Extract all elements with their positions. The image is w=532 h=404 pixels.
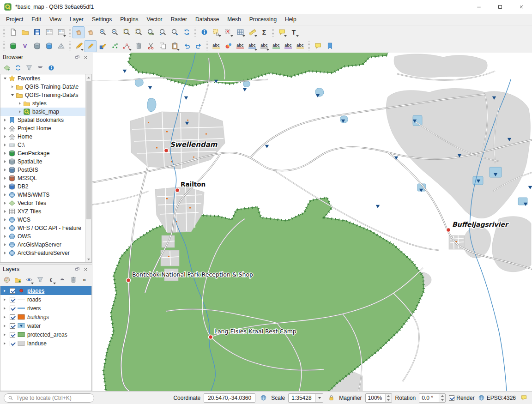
place-marker-bontebok[interactable] [126,278,130,282]
refresh-map-button[interactable] [181,26,193,38]
open-project-button[interactable] [19,26,31,38]
current-edits-button[interactable] [73,40,85,52]
zoom-last-button[interactable] [157,26,169,38]
zoom-to-layer-button[interactable] [145,26,157,38]
browser-item-basic-map[interactable]: basic_map [0,108,91,116]
expander-icon[interactable] [2,297,7,302]
change-label-button[interactable]: abc [294,40,306,52]
expander-icon[interactable] [2,76,7,81]
expander-icon[interactable] [2,234,7,239]
pan-map-button[interactable] [73,26,85,38]
maximize-button[interactable] [490,0,511,14]
scale-combo[interactable]: 1:35428 [288,393,323,403]
layer-checkbox[interactable] [10,297,15,302]
spin-arrows-icon[interactable] [385,394,392,402]
expander-icon[interactable] [2,209,7,214]
close-button[interactable] [511,0,532,14]
rotation-spinbox[interactable]: 0.0 ° [419,393,446,403]
browser-item-vector-tiles[interactable]: Vector Tiles [0,199,91,207]
zoom-in-button[interactable] [97,26,109,38]
layer-checkbox[interactable] [10,323,15,329]
remove-layer-button[interactable] [68,275,79,285]
browser-item-home[interactable]: Home [0,133,91,141]
browser-item-ows[interactable]: OWS [0,232,91,241]
browser-item-spatial-bookmarks[interactable]: Spatial Bookmarks [0,116,91,124]
layer-row-protected-areas[interactable]: protected_areas [0,330,91,339]
expander-icon[interactable] [2,118,7,123]
browser-item-training-data-s[interactable]: QGIS-Training-Data\s [0,91,91,99]
open-layer-styling-button[interactable] [1,275,12,285]
menu-mesh[interactable]: Mesh [223,15,245,24]
delete-selected-button[interactable] [133,40,145,52]
scroll-up-icon[interactable] [86,74,91,80]
cut-features-button[interactable] [145,40,157,52]
expander-icon[interactable] [2,341,7,346]
add-selected-layers-button[interactable] [1,63,12,73]
browser-item-wfs[interactable]: WFS / OGC API - Feature [0,224,91,232]
browser-scrollbar[interactable] [85,74,91,262]
render-checkbox[interactable]: Render [449,395,474,401]
zoom-full-button[interactable] [121,26,133,38]
zoom-out-button[interactable] [109,26,121,38]
rotate-label-button[interactable]: abc [282,40,294,52]
expander-icon[interactable] [2,143,7,148]
pin-unpin-labels-button[interactable]: abc [246,40,258,52]
expander-icon[interactable] [2,201,7,206]
browser-item-mssql[interactable]: MSSQL [0,174,91,182]
crs-status-button[interactable]: EPSG:4326 [478,394,516,401]
browser-close-button[interactable] [82,54,89,61]
menu-processing[interactable]: Processing [245,15,281,24]
filter-by-expression-button[interactable]: ε [46,275,56,285]
layer-checkbox[interactable] [10,332,15,338]
layer-checkbox[interactable] [10,306,15,311]
place-marker-lang-elsies[interactable] [208,335,212,339]
toolbar-grip[interactable] [3,42,5,51]
toolbar-grip[interactable] [69,42,71,51]
expand-all-button[interactable] [57,275,67,285]
new-spatial-bookmark-button[interactable] [324,40,336,52]
browser-item-c-drive[interactable]: C:\ [0,141,91,149]
paste-features-button[interactable] [169,40,181,52]
spin-arrows-icon[interactable] [439,394,445,402]
expander-icon[interactable] [2,323,7,328]
menu-raster[interactable]: Raster [167,15,191,24]
new-spatialite-layer-button[interactable] [31,40,43,52]
vertex-tool-button[interactable] [121,40,133,52]
browser-item-db2[interactable]: DB2 [0,182,91,191]
expander-icon[interactable] [2,126,7,131]
minimize-button[interactable] [468,0,490,14]
save-project-button[interactable] [31,26,43,38]
filter-legend-button[interactable] [35,275,45,285]
properties-widget-button[interactable] [46,63,56,73]
expander-icon[interactable] [2,184,7,189]
zoom-next-button[interactable] [169,26,181,38]
browser-item-styles[interactable]: styles [0,99,91,108]
deselect-features-button[interactable] [222,26,234,38]
layer-row-places[interactable]: places [0,286,91,295]
lock-scale-button[interactable] [326,393,336,403]
expander-icon[interactable] [2,288,7,293]
text-annotation-button[interactable]: T [288,26,300,38]
layer-row-water[interactable]: water [0,321,91,330]
expander-icon[interactable] [2,332,7,337]
expander-icon[interactable] [2,226,7,231]
menu-view[interactable]: View [45,15,66,24]
scroll-down-icon[interactable] [86,256,91,262]
layer-row-roads[interactable]: roads [0,295,91,304]
toolbar-grip[interactable] [308,42,310,51]
expander-icon[interactable] [2,176,7,181]
expander-icon[interactable] [2,151,7,156]
layers-undock-button[interactable] [74,266,81,273]
undo-button[interactable] [181,40,193,52]
coordinate-input[interactable]: 20.5470,-34.0360 [204,393,255,403]
panel-overflow-button[interactable]: » [79,275,90,285]
browser-item-spatialite[interactable]: SpatiaLite [0,157,91,166]
save-layer-edits-button[interactable] [97,40,109,52]
new-virtual-layer-button[interactable] [43,40,55,52]
menu-database[interactable]: Database [191,15,223,24]
add-group-button[interactable] [12,275,23,285]
new-project-button[interactable] [7,26,19,38]
filter-browser-button[interactable] [24,63,34,73]
refresh-browser-button[interactable] [12,63,23,73]
highlight-pinned-labels-button[interactable]: abc [234,40,246,52]
